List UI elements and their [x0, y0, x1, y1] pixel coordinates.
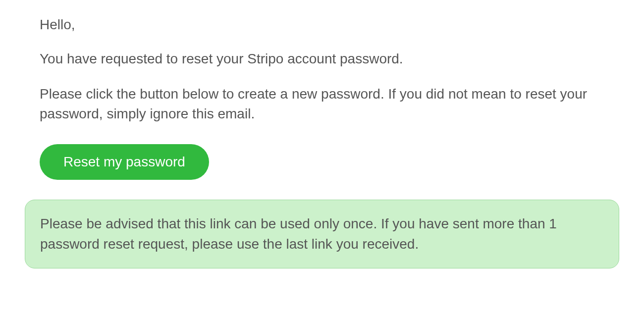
instruction-text: Please click the button below to create …: [40, 84, 604, 124]
email-body: Hello, You have requested to reset your …: [40, 15, 604, 268]
reset-password-button[interactable]: Reset my password: [40, 144, 209, 180]
greeting-text: Hello,: [40, 15, 604, 34]
intro-text: You have requested to reset your Stripo …: [40, 49, 604, 69]
advisory-box: Please be advised that this link can be …: [25, 200, 619, 268]
advisory-text: Please be advised that this link can be …: [40, 214, 604, 254]
